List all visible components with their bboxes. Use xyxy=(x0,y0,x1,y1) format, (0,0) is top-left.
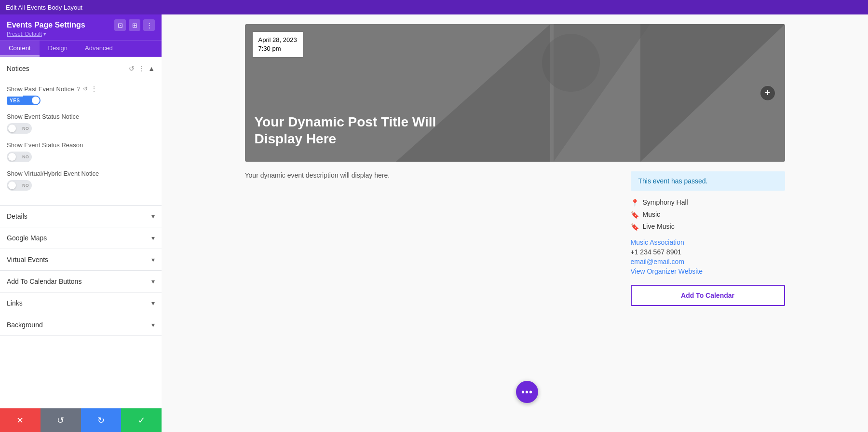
toggle-past-event[interactable]: YES xyxy=(7,96,155,105)
top-bar-title: Edit All Events Body Layout xyxy=(6,4,82,11)
toggle-off-thumb-2 xyxy=(8,153,16,161)
sidebar-content: Notices ↺ ⋮ ▲ Show Past Event Notice ? ↺… xyxy=(0,57,162,408)
toggle-off-thumb-1 xyxy=(8,125,16,132)
past-event-notice: This event has passed. xyxy=(631,171,785,191)
section-details: Details ▾ xyxy=(0,206,162,227)
event-hero: April 28, 2023 7:30 pm Your Dynamic Post… xyxy=(245,24,785,162)
tabs: Content Design Advanced xyxy=(0,41,162,57)
toggle-no-label-3: NO xyxy=(22,183,29,188)
category-live-music: 🔖 Live Music xyxy=(631,223,785,231)
virtual-events-chevron-icon: ▾ xyxy=(151,256,155,264)
tab-design[interactable]: Design xyxy=(40,41,76,56)
add-content-button[interactable]: + xyxy=(760,85,775,101)
section-calendar-buttons: Add To Calendar Buttons ▾ xyxy=(0,271,162,293)
category-music-label: Music xyxy=(643,210,661,218)
field-label-event-reason: Show Event Status Reason xyxy=(7,141,155,149)
calendar-buttons-label: Add To Calendar Buttons xyxy=(7,278,81,285)
details-section-header[interactable]: Details ▾ xyxy=(0,206,162,227)
organizer-website-link[interactable]: View Organizer Website xyxy=(631,267,785,275)
reset-icon-past-event[interactable]: ↺ xyxy=(83,85,88,92)
field-show-virtual: Show Virtual/Hybrid Event Notice NO xyxy=(7,170,155,191)
toggle-track-on xyxy=(23,96,41,105)
toggle-off-track-1: NO xyxy=(7,123,32,134)
event-date: April 28, 2023 xyxy=(258,36,297,44)
background-chevron-icon: ▾ xyxy=(151,321,155,329)
field-label-past-event: Show Past Event Notice ? ↺ ⋮ xyxy=(7,85,155,93)
toggle-thumb xyxy=(32,97,40,104)
fab-button[interactable]: ••• xyxy=(516,381,538,403)
tab-advanced[interactable]: Advanced xyxy=(76,41,122,56)
cancel-button[interactable]: ✕ xyxy=(0,408,41,432)
event-time: 7:30 pm xyxy=(258,44,297,53)
preset-label[interactable]: Preset: Default ▾ xyxy=(7,31,155,37)
field-text-event-reason: Show Event Status Reason xyxy=(7,141,83,149)
event-title: Your Dynamic Post Title Will Display Her… xyxy=(255,113,448,147)
google-maps-section-header[interactable]: Google Maps ▾ xyxy=(0,227,162,249)
section-background: Background ▾ xyxy=(0,314,162,336)
redo-button[interactable]: ↻ xyxy=(81,408,122,432)
main-preview: April 28, 2023 7:30 pm Your Dynamic Post… xyxy=(162,14,868,432)
tag-icon-music: 🔖 xyxy=(631,211,639,219)
toggle-event-reason[interactable]: NO xyxy=(7,152,155,162)
toggle-event-status[interactable]: NO xyxy=(7,123,155,134)
venue-item: 📍 Symphony Hall xyxy=(631,198,785,207)
sidebar-header: Events Page Settings ⊡ ⊞ ⋮ Preset: Defau… xyxy=(0,14,162,41)
help-icon-past-event[interactable]: ? xyxy=(77,86,80,92)
expand-icon[interactable]: ⊡ xyxy=(114,19,126,31)
organizer-phone: +1 234 567 8901 xyxy=(631,248,785,256)
organizer-email-link[interactable]: email@email.com xyxy=(631,258,785,265)
columns-icon[interactable]: ⊞ xyxy=(129,19,140,31)
notices-icons: ↺ ⋮ ▲ xyxy=(128,64,155,73)
field-show-past-event: Show Past Event Notice ? ↺ ⋮ YES xyxy=(7,85,155,105)
tab-content[interactable]: Content xyxy=(0,41,40,56)
date-badge: April 28, 2023 7:30 pm xyxy=(253,32,303,57)
organizer-name-link[interactable]: Music Association xyxy=(631,238,785,246)
toggle-virtual[interactable]: NO xyxy=(7,180,155,191)
field-text-event-status: Show Event Status Notice xyxy=(7,113,79,120)
calendar-buttons-section-header[interactable]: Add To Calendar Buttons ▾ xyxy=(0,271,162,292)
section-google-maps: Google Maps ▾ xyxy=(0,227,162,249)
field-text-virtual: Show Virtual/Hybrid Event Notice xyxy=(7,170,99,177)
event-sidebar-info: This event has passed. 📍 Symphony Hall 🔖… xyxy=(631,171,785,306)
preview-area: April 28, 2023 7:30 pm Your Dynamic Post… xyxy=(226,14,804,316)
virtual-events-label: Virtual Events xyxy=(7,256,48,264)
links-label: Links xyxy=(7,299,23,307)
background-label: Background xyxy=(7,321,43,329)
section-virtual-events: Virtual Events ▾ xyxy=(0,249,162,271)
field-show-event-status: Show Event Status Notice NO xyxy=(7,113,155,134)
google-maps-chevron-icon: ▾ xyxy=(151,234,155,242)
toggle-off-track-2: NO xyxy=(7,152,32,162)
notices-section-header[interactable]: Notices ↺ ⋮ ▲ xyxy=(0,57,162,80)
field-label-event-status: Show Event Status Notice xyxy=(7,113,155,120)
event-description: Your dynamic event description will disp… xyxy=(245,171,616,306)
section-notices: Notices ↺ ⋮ ▲ Show Past Event Notice ? ↺… xyxy=(0,57,162,206)
sidebar-bottom-bar: ✕ ↺ ↻ ✓ xyxy=(0,408,162,432)
toggle-off-track-3: NO xyxy=(7,180,32,191)
details-chevron-icon: ▾ xyxy=(151,212,155,220)
toggle-yes-label: YES xyxy=(7,97,23,105)
calendar-buttons-chevron-icon: ▾ xyxy=(151,278,155,285)
field-show-event-reason: Show Event Status Reason NO xyxy=(7,141,155,162)
toggle-no-label-1: NO xyxy=(22,126,29,131)
category-music: 🔖 Music xyxy=(631,210,785,219)
details-label: Details xyxy=(7,212,27,220)
save-button[interactable]: ✓ xyxy=(121,408,162,432)
more-options-icon[interactable]: ⋮ xyxy=(143,19,155,31)
venue-name: Symphony Hall xyxy=(643,198,688,206)
notices-chevron-icon[interactable]: ▲ xyxy=(148,65,155,72)
virtual-events-section-header[interactable]: Virtual Events ▾ xyxy=(0,249,162,270)
sidebar: Events Page Settings ⊡ ⊞ ⋮ Preset: Defau… xyxy=(0,14,162,432)
undo-button[interactable]: ↺ xyxy=(41,408,81,432)
more-icon-past-event[interactable]: ⋮ xyxy=(91,85,97,93)
hero-triangle-middle xyxy=(554,24,650,162)
background-section-header[interactable]: Background ▾ xyxy=(0,314,162,335)
notices-reset-icon[interactable]: ↺ xyxy=(128,64,136,73)
field-text-past-event: Show Past Event Notice xyxy=(7,85,74,93)
field-label-virtual: Show Virtual/Hybrid Event Notice xyxy=(7,170,155,177)
links-chevron-icon: ▾ xyxy=(151,299,155,307)
add-to-calendar-button[interactable]: Add To Calendar xyxy=(631,285,785,306)
google-maps-label: Google Maps xyxy=(7,234,47,242)
links-section-header[interactable]: Links ▾ xyxy=(0,293,162,314)
notices-more-icon[interactable]: ⋮ xyxy=(137,64,146,73)
organizer-info: Music Association +1 234 567 8901 email@… xyxy=(631,238,785,275)
